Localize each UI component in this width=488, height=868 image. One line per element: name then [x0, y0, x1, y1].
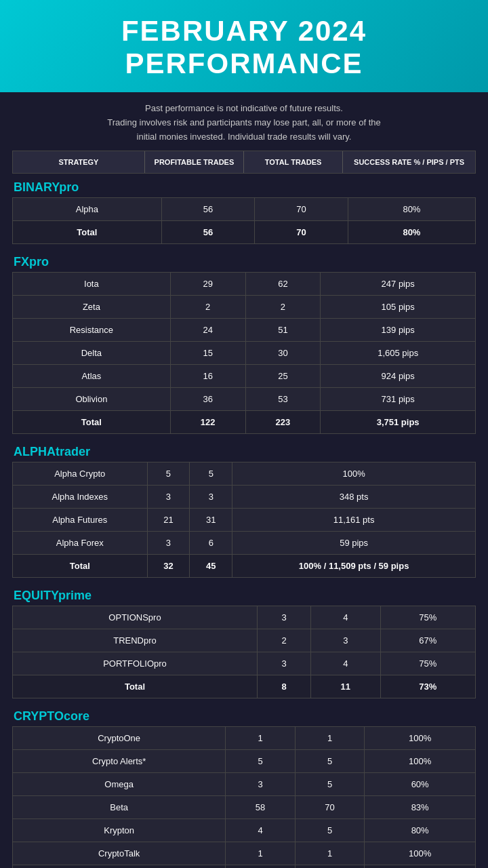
cell-profitable: 36 — [170, 388, 245, 411]
table-row: Total728783% — [13, 865, 476, 868]
cell-success: 100% / 11,509 pts / 59 pips — [232, 555, 476, 578]
cell-success: 60% — [365, 773, 476, 796]
table-row: Crypto Alerts*55100% — [13, 750, 476, 773]
col-total-trades: TOTAL TRADES — [244, 151, 343, 173]
cell-profitable: 58 — [226, 796, 296, 819]
cell-profitable: 5 — [226, 750, 296, 773]
cell-success: 105 pips — [321, 296, 476, 319]
cell-strategy: Alpha — [13, 198, 162, 221]
cell-strategy: Delta — [13, 342, 171, 365]
cell-total: 70 — [295, 796, 365, 819]
cell-success: 3,751 pips — [321, 411, 476, 434]
cell-strategy: Total — [13, 221, 162, 244]
cell-strategy: Alpha Crypto — [13, 462, 148, 486]
cell-strategy: Krypton — [13, 819, 226, 842]
cell-total: 11 — [311, 675, 381, 698]
cell-strategy: Omega — [13, 773, 226, 796]
cell-total: 223 — [245, 411, 321, 434]
cell-profitable: 24 — [170, 319, 245, 342]
cell-strategy: Alpha Futures — [13, 509, 148, 532]
cell-total: 51 — [245, 319, 321, 342]
col-strategy: STRATEGY — [13, 151, 145, 173]
section-label-binarypro: BINARYpro — [12, 174, 476, 197]
table-row: Total81173% — [13, 675, 476, 698]
cell-profitable: 32 — [147, 555, 190, 578]
table-row: Atlas1625924 pips — [13, 365, 476, 388]
cell-total: 5 — [295, 773, 365, 796]
cell-strategy: Beta — [13, 796, 226, 819]
cell-strategy: OPTIONSpro — [13, 606, 258, 629]
cell-success: 11,161 pts — [232, 509, 476, 532]
table-row: Oblivion3653731 pips — [13, 388, 476, 411]
cell-profitable: 122 — [170, 411, 245, 434]
cell-success: 83% — [365, 865, 476, 868]
cell-profitable: 1 — [226, 842, 296, 865]
cell-success: 80% — [348, 198, 475, 221]
cell-strategy: Total — [13, 555, 148, 578]
sections-container: BINARYproAlpha567080%Total567080%FXproIo… — [12, 174, 476, 868]
cell-success: 80% — [365, 819, 476, 842]
cell-success: 1,605 pips — [321, 342, 476, 365]
cell-profitable: 16 — [170, 365, 245, 388]
cell-profitable: 8 — [257, 675, 310, 698]
cell-profitable: 5 — [147, 462, 190, 486]
cell-profitable: 3 — [226, 773, 296, 796]
cell-strategy: TRENDpro — [13, 629, 258, 652]
section-label-alphatrader: ALPHAtrader — [12, 438, 476, 462]
section-label-equityprime: EQUITYprime — [12, 582, 476, 606]
cell-profitable: 21 — [147, 509, 190, 532]
cell-total: 62 — [245, 273, 321, 296]
cell-profitable: 2 — [257, 629, 310, 652]
cell-profitable: 4 — [226, 819, 296, 842]
table-cryptocore: CryptoOne11100%Crypto Alerts*55100%Omega… — [12, 726, 476, 868]
table-row: Beta587083% — [13, 796, 476, 819]
cell-success: 73% — [380, 675, 475, 698]
cell-total: 70 — [255, 221, 348, 244]
cell-total: 1 — [295, 727, 365, 750]
cell-success: 139 pips — [321, 319, 476, 342]
table-row: Total3245100% / 11,509 pts / 59 pips — [13, 555, 476, 578]
cell-success: 75% — [380, 606, 475, 629]
cell-success: 59 pips — [232, 532, 476, 555]
cell-profitable: 56 — [161, 221, 255, 244]
cell-total: 45 — [190, 555, 232, 578]
cell-total: 3 — [311, 629, 381, 652]
table-equityprime: OPTIONSpro3475%TRENDpro2367%PORTFOLIOpro… — [12, 606, 476, 698]
table-row: Total567080% — [13, 221, 476, 244]
cell-profitable: 2 — [170, 296, 245, 319]
cell-success: 100% — [365, 842, 476, 865]
cell-strategy: Oblivion — [13, 388, 171, 411]
cell-strategy: Alpha Forex — [13, 532, 148, 555]
table-row: Alpha Crypto55100% — [13, 462, 476, 486]
cell-total: 25 — [245, 365, 321, 388]
cell-strategy: CryptoOne — [13, 727, 226, 750]
cell-total: 53 — [245, 388, 321, 411]
cell-total: 4 — [311, 606, 381, 629]
disclaimer-line2: Trading involves risk and participants m… — [107, 117, 380, 127]
page-header: FEBRUARY 2024 PERFORMANCE — [0, 0, 488, 92]
cell-strategy: Resistance — [13, 319, 171, 342]
main-content: STRATEGY PROFITABLE TRADES TOTAL TRADES … — [0, 151, 488, 868]
cell-total: 87 — [295, 865, 365, 868]
cell-strategy: Zeta — [13, 296, 171, 319]
cell-total: 30 — [245, 342, 321, 365]
table-row: Alpha567080% — [13, 198, 476, 221]
page-title: FEBRUARY 2024 PERFORMANCE — [14, 15, 474, 80]
disclaimer-line1: Past performance is not indicative of fu… — [145, 103, 343, 113]
cell-success: 924 pips — [321, 365, 476, 388]
cell-success: 67% — [380, 629, 475, 652]
table-row: Alpha Futures213111,161 pts — [13, 509, 476, 532]
cell-success: 83% — [365, 796, 476, 819]
table-row: CryptoOne11100% — [13, 727, 476, 750]
section-label-fxpro: FXpro — [12, 248, 476, 272]
table-row: Alpha Forex3659 pips — [13, 532, 476, 555]
cell-profitable: 15 — [170, 342, 245, 365]
table-row: TRENDpro2367% — [13, 629, 476, 652]
table-row: Iota2962247 pips — [13, 273, 476, 296]
cell-success: 75% — [380, 652, 475, 675]
cell-total: 5 — [295, 750, 365, 773]
table-row: Resistance2451139 pips — [13, 319, 476, 342]
cell-success: 100% — [365, 750, 476, 773]
table-header-row: STRATEGY PROFITABLE TRADES TOTAL TRADES … — [12, 151, 476, 174]
disclaimer-line3: initial monies invested. Individual trad… — [137, 132, 352, 142]
